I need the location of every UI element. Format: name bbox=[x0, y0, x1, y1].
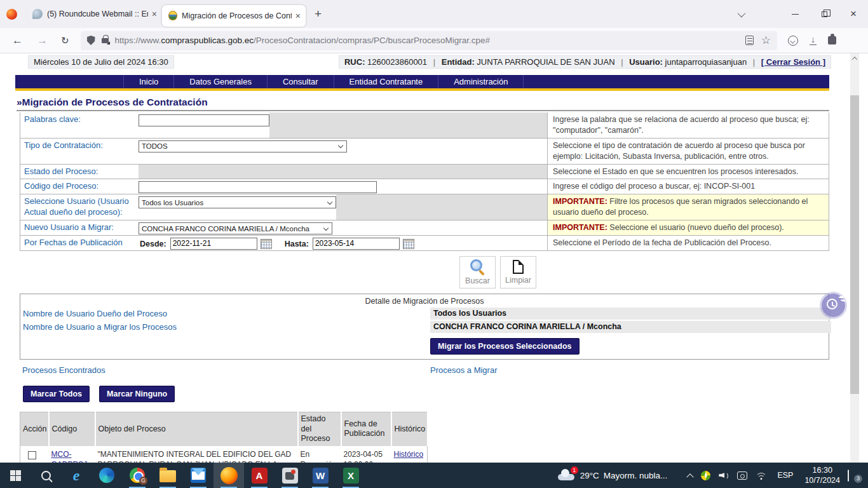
tab-close-icon[interactable]: × bbox=[295, 11, 301, 21]
image-editor-button[interactable] bbox=[275, 463, 305, 488]
new-tab-button[interactable]: + bbox=[306, 7, 330, 21]
back-button[interactable]: ← bbox=[5, 34, 30, 47]
logout-link[interactable]: [ Cerrar Sesión ] bbox=[761, 57, 825, 67]
volume-icon[interactable] bbox=[719, 471, 729, 480]
usuario-actual-select[interactable]: Todos los Usuarios bbox=[139, 196, 336, 208]
nuevo-usuario-select[interactable]: CONCHA FRANCO CORINA MARIELLA / Mconcha bbox=[139, 222, 332, 234]
word-button[interactable]: W bbox=[305, 463, 336, 488]
fecha-desde-input[interactable] bbox=[170, 238, 257, 250]
scroll-up-button[interactable] bbox=[850, 53, 859, 63]
forward-button[interactable]: → bbox=[30, 34, 55, 47]
reload-button[interactable]: ↻ bbox=[55, 35, 76, 46]
page-title: »Migración de Procesos de Contratación bbox=[17, 97, 829, 111]
separator: | bbox=[753, 57, 755, 67]
wifi-icon[interactable] bbox=[756, 471, 767, 480]
historico-link[interactable]: Histórico bbox=[394, 450, 424, 459]
procesos-encontrados-label: Procesos Encontrados bbox=[22, 365, 105, 375]
tab-migracion-procesos[interactable]: Migración de Procesos de Cont × bbox=[162, 5, 306, 27]
calendar-icon[interactable] bbox=[403, 239, 414, 249]
restore-button[interactable] bbox=[810, 0, 839, 28]
acrobat-button[interactable]: A bbox=[244, 463, 275, 488]
firefox-button[interactable] bbox=[214, 463, 244, 488]
nav-item-datos-generales[interactable]: Datos Generales bbox=[173, 75, 267, 88]
buscar-label: Buscar bbox=[465, 276, 490, 285]
page-scrollbar[interactable] bbox=[850, 53, 859, 463]
url-domain: compraspublicas.gob.ec bbox=[161, 36, 254, 45]
floating-timer-widget[interactable] bbox=[822, 294, 845, 317]
help-text: Seleccione el usuario (nuevo dueño del p… bbox=[607, 223, 784, 232]
blank-page-icon bbox=[513, 260, 524, 274]
firefox-icon bbox=[220, 467, 238, 484]
internet-explorer-icon: e bbox=[73, 468, 80, 482]
roundcube-favicon-icon bbox=[32, 9, 43, 19]
ruc-value: 1260023860001 bbox=[367, 57, 427, 67]
chrome-button[interactable]: G bbox=[122, 463, 153, 488]
language-indicator[interactable]: ESP bbox=[777, 471, 793, 480]
fechas-publicacion-label: Por Fechas de Publicación bbox=[20, 236, 139, 250]
codigo-proceso-input[interactable] bbox=[139, 181, 377, 193]
entidad-value: JUNTA PARROQUIAL DE SAN JUAN bbox=[477, 57, 614, 67]
limpiar-button[interactable]: Limpiar bbox=[500, 256, 536, 288]
col-objeto: Objeto del Proceso bbox=[95, 412, 298, 445]
minimize-button[interactable] bbox=[780, 0, 810, 28]
menu-button[interactable] bbox=[848, 37, 857, 43]
notification-icon bbox=[848, 470, 849, 482]
windows-taskbar: e G A W X 1 29°C Mayorm. nubla... ESP 16… bbox=[0, 463, 868, 488]
nav-item-entidad-contratante[interactable]: Entidad Contratante bbox=[334, 75, 438, 88]
cast-icon[interactable] bbox=[737, 471, 747, 480]
taskbar-clock[interactable]: 16:30 10/7/2024 bbox=[804, 465, 840, 486]
excel-button[interactable]: X bbox=[336, 463, 366, 488]
migrar-seleccionados-button[interactable]: Migrar los Procesos Seleccionados bbox=[430, 338, 580, 355]
fecha-hasta-input[interactable] bbox=[313, 238, 400, 250]
notification-center-button[interactable]: 3 bbox=[848, 470, 859, 480]
tipo-contratacion-select[interactable]: TODOS bbox=[139, 140, 347, 152]
tipo-contratacion-help: Seleccione el tipo de contratación de ac… bbox=[547, 139, 829, 164]
internet-explorer-button[interactable]: e bbox=[61, 463, 92, 488]
nav-item-administracion[interactable]: Administración bbox=[438, 75, 524, 88]
session-info: RUC: 1260023860001 | Entidad: JUNTA PARR… bbox=[339, 55, 831, 69]
antivirus-tray-icon[interactable] bbox=[701, 471, 710, 480]
chevron-up-icon bbox=[852, 57, 857, 62]
close-window-button[interactable]: × bbox=[839, 0, 868, 28]
puzzle-icon bbox=[828, 36, 836, 44]
main-nav: Inicio Datos Generales Consultar Entidad… bbox=[15, 75, 829, 91]
list-labels: Procesos Encontrados Procesos a Migrar bbox=[20, 365, 829, 376]
mail-button[interactable] bbox=[183, 463, 214, 488]
url-path: /ProcesoContratacion/compras/PC/buscarPr… bbox=[254, 36, 490, 45]
nav-item-inicio[interactable]: Inicio bbox=[123, 75, 173, 88]
taskbar-search-button[interactable] bbox=[31, 463, 61, 488]
tracking-shield-icon[interactable] bbox=[87, 36, 95, 45]
file-explorer-button[interactable] bbox=[153, 463, 183, 488]
list-all-tabs-button[interactable] bbox=[726, 0, 755, 28]
downloads-button[interactable]: ↓ bbox=[810, 36, 817, 45]
tab-close-icon[interactable]: × bbox=[152, 9, 157, 19]
edge-button[interactable] bbox=[92, 463, 122, 488]
proceso-codigo-link[interactable]: MCO-GADPRSJ-2023-003 bbox=[51, 450, 90, 463]
weather-widget[interactable]: 1 29°C Mayorm. nubla... bbox=[558, 470, 679, 480]
desde-label: Desde: bbox=[140, 240, 166, 248]
pocket-button[interactable] bbox=[788, 36, 798, 46]
palabras-clave-input[interactable] bbox=[139, 114, 269, 126]
calendar-icon[interactable] bbox=[261, 239, 272, 249]
search-icon bbox=[470, 259, 485, 274]
bookmark-star-icon[interactable]: ☆ bbox=[761, 34, 771, 47]
marcar-todos-button[interactable]: Marcar Todos bbox=[23, 386, 90, 402]
scrollbar-thumb[interactable] bbox=[850, 95, 859, 394]
lock-warning-icon[interactable] bbox=[102, 38, 109, 43]
usuario-actual-help: IMPORTANTE: Filtre los procesos que sera… bbox=[547, 194, 829, 220]
row-checkbox[interactable] bbox=[28, 451, 36, 459]
folder-icon bbox=[159, 470, 176, 482]
reader-view-icon[interactable] bbox=[745, 36, 754, 45]
word-icon: W bbox=[313, 468, 329, 484]
browser-titlebar: (5) Roundcube Webmail :: Entra × Migraci… bbox=[0, 0, 868, 28]
buscar-button[interactable]: Buscar bbox=[459, 256, 496, 288]
tab-roundcube-webmail[interactable]: (5) Roundcube Webmail :: Entra × bbox=[26, 0, 162, 28]
start-button[interactable] bbox=[0, 463, 31, 488]
nuevo-usuario-help: IMPORTANTE: Seleccione el usuario (nuevo… bbox=[547, 220, 829, 235]
palabras-clave-help: Ingrese la palabra que se relaciona de a… bbox=[547, 112, 829, 138]
marcar-ninguno-button[interactable]: Marcar Ninguno bbox=[99, 386, 175, 402]
extensions-button[interactable] bbox=[828, 36, 836, 44]
nav-item-consultar[interactable]: Consultar bbox=[267, 75, 334, 88]
tray-expand-chevron-icon[interactable] bbox=[687, 473, 694, 480]
url-bar[interactable]: https://www.compraspublicas.gob.ec/Proce… bbox=[81, 31, 777, 50]
